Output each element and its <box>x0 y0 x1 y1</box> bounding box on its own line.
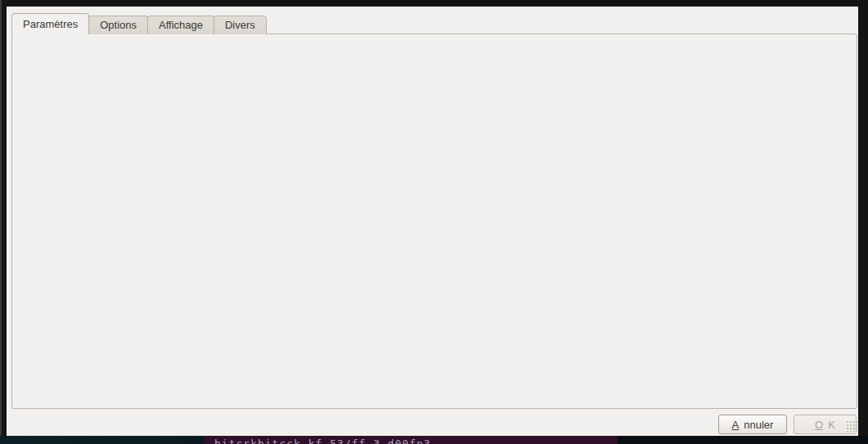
background-window-left <box>0 436 205 444</box>
clipped-background-text: bitcrkbitcck kf 53/ff 3 d00fp3 <box>214 437 431 444</box>
window-right-edge <box>858 0 868 444</box>
window-top-edge <box>0 0 868 7</box>
tab-affichage[interactable]: Affichage <box>147 16 214 34</box>
background-window-strip: bitcrkbitcck kf 53/ff 3 d00fp3 <box>0 436 868 444</box>
tab-divers[interactable]: Divers <box>214 16 267 34</box>
tab-page-frame <box>11 34 857 409</box>
background-window-text-area: bitcrkbitcck kf 53/ff 3 d00fp3 <box>205 436 618 444</box>
resize-grip[interactable] <box>846 420 857 432</box>
tab-parametres[interactable]: Paramètres <box>11 13 89 34</box>
tab-bar: Paramètres Options Affichage Divers <box>11 13 267 34</box>
window-left-edge <box>0 0 7 444</box>
cancel-button[interactable]: Annuler <box>718 415 787 434</box>
tab-options[interactable]: Options <box>88 16 148 34</box>
